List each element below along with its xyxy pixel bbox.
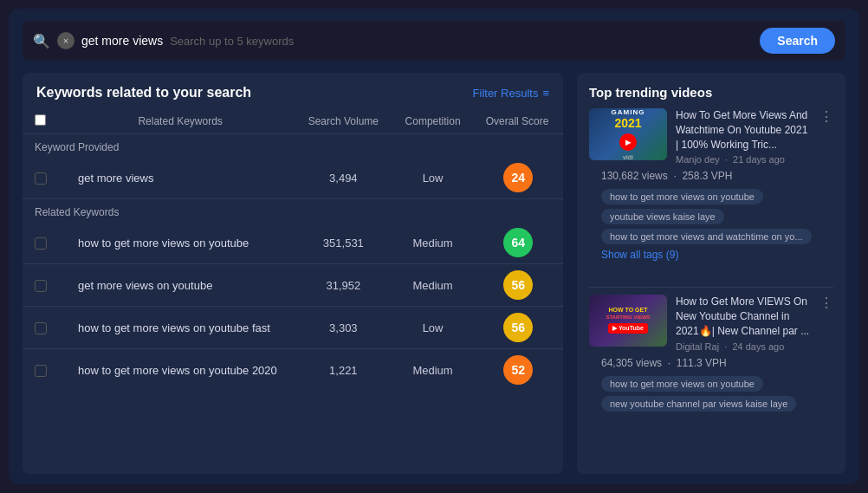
section-label: Keyword Provided bbox=[23, 134, 563, 158]
panel-header: Keywords related to your search Filter R… bbox=[23, 73, 563, 109]
keyword-volume: 3,303 bbox=[295, 307, 392, 349]
keyword-competition: Low bbox=[392, 307, 473, 349]
video-top: GAMING 2021 ▶ vidi How To Get More Views… bbox=[589, 108, 833, 165]
keyword-name: how to get more views on youtube fast bbox=[66, 307, 295, 349]
video-thumbnail: HOW TO GET STARTING VIEWS ▶ YouTube bbox=[589, 295, 667, 347]
divider bbox=[589, 287, 833, 288]
table-row: how to get more views on youtube 2020 1,… bbox=[23, 349, 563, 392]
keyword-score: 56 bbox=[474, 264, 563, 307]
keyword-name: get more views on youtube bbox=[66, 264, 295, 307]
keyword-name: how to get more views on youtube 2020 bbox=[66, 349, 295, 392]
filter-label: Filter Results bbox=[473, 87, 539, 100]
video-meta: Digital Raj · 24 days ago bbox=[676, 341, 811, 352]
keyword-score: 64 bbox=[474, 222, 563, 264]
score-badge: 56 bbox=[503, 313, 533, 342]
app-container: 🔍 × get more views Search up to 5 keywor… bbox=[9, 9, 859, 484]
table-row: how to get more views on youtube fast 3,… bbox=[23, 307, 563, 349]
keyword-score: 56 bbox=[474, 307, 563, 349]
table-row: get more views 3,494 Low 24 bbox=[23, 157, 563, 199]
score-badge: 56 bbox=[503, 270, 533, 300]
video-options-button[interactable]: ⋮ bbox=[819, 295, 833, 311]
score-badge: 52 bbox=[503, 355, 533, 385]
score-badge: 64 bbox=[503, 228, 533, 257]
section-label-row: Keyword Provided bbox=[23, 134, 563, 158]
tag-pill[interactable]: youtube views kaise laye bbox=[601, 209, 724, 224]
filter-results-button[interactable]: Filter Results ≡ bbox=[473, 87, 549, 100]
show-all-tags-button[interactable]: Show all tags (9) bbox=[601, 249, 821, 261]
thumb-howto-content: HOW TO GET STARTING VIEWS ▶ YouTube bbox=[589, 295, 667, 347]
search-button[interactable]: Search bbox=[760, 28, 835, 54]
row-checkbox[interactable] bbox=[35, 280, 47, 292]
search-icon: 🔍 bbox=[33, 33, 50, 49]
keyword-score: 52 bbox=[474, 349, 563, 392]
filter-icon: ≡ bbox=[542, 87, 549, 100]
col-header-score: Overall Score bbox=[474, 109, 563, 134]
video-options-button[interactable]: ⋮ bbox=[819, 108, 833, 125]
col-header-keywords: Related Keywords bbox=[66, 109, 295, 134]
row-checkbox[interactable] bbox=[35, 322, 47, 334]
video-title: How to Get More VIEWS On New Youtube Cha… bbox=[676, 295, 811, 338]
clear-search-button[interactable]: × bbox=[57, 32, 74, 49]
video-stats: 130,682 views · 258.3 VPH bbox=[601, 170, 821, 189]
video-info: How To Get More Views And Watchtime On Y… bbox=[676, 108, 811, 165]
table-row: get more views on youtube 31,952 Medium … bbox=[23, 264, 563, 307]
search-placeholder-text: Search up to 5 keywords bbox=[170, 35, 753, 48]
keyword-competition: Low bbox=[392, 157, 473, 199]
video-card: GAMING 2021 ▶ vidi How To Get More Views… bbox=[577, 108, 845, 280]
main-content: Keywords related to your search Filter R… bbox=[9, 73, 859, 484]
tag-pill[interactable]: new youtube channel par views kaise laye bbox=[601, 396, 796, 412]
keyword-volume: 1,221 bbox=[295, 349, 392, 392]
video-info: How to Get More VIEWS On New Youtube Cha… bbox=[676, 295, 811, 351]
table-row: how to get more views on youtube 351,531… bbox=[23, 222, 563, 264]
keyword-competition: Medium bbox=[392, 349, 473, 392]
video-meta: Manjo dey · 21 days ago bbox=[676, 154, 811, 165]
video-tags: how to get more views on youtube new you… bbox=[589, 376, 833, 412]
keywords-table: Related Keywords Search Volume Competiti… bbox=[23, 109, 563, 391]
video-tags: how to get more views on youtube youtube… bbox=[589, 189, 833, 244]
video-stats: 64,305 views · 111.3 VPH bbox=[601, 357, 821, 376]
keywords-panel: Keywords related to your search Filter R… bbox=[23, 73, 563, 474]
video-thumbnail: GAMING 2021 ▶ vidi bbox=[589, 108, 667, 160]
row-checkbox[interactable] bbox=[35, 172, 47, 185]
keyword-volume: 3,494 bbox=[295, 157, 392, 199]
trending-videos-panel: Top trending videos GAMING 2021 ▶ vidi H… bbox=[577, 73, 845, 474]
search-bar: 🔍 × get more views Search up to 5 keywor… bbox=[23, 21, 845, 61]
trending-panel-title: Top trending videos bbox=[577, 73, 845, 108]
row-checkbox[interactable] bbox=[35, 365, 47, 377]
col-header-volume: Search Volume bbox=[295, 109, 392, 134]
close-icon: × bbox=[63, 36, 68, 46]
keyword-name: get more views bbox=[66, 157, 295, 199]
row-checkbox[interactable] bbox=[35, 237, 47, 250]
panel-title: Keywords related to your search bbox=[36, 85, 251, 101]
keyword-score: 24 bbox=[474, 157, 563, 199]
keyword-name: how to get more views on youtube bbox=[66, 222, 295, 264]
score-badge: 24 bbox=[503, 163, 533, 192]
thumb-gaming-content: GAMING 2021 ▶ vidi bbox=[589, 108, 667, 160]
search-query-text: get more views bbox=[81, 34, 163, 48]
video-top: HOW TO GET STARTING VIEWS ▶ YouTube How … bbox=[589, 295, 833, 351]
video-title: How To Get More Views And Watchtime On Y… bbox=[676, 108, 811, 152]
video-card: HOW TO GET STARTING VIEWS ▶ YouTube How … bbox=[577, 295, 845, 425]
tag-pill[interactable]: how to get more views on youtube bbox=[601, 189, 763, 204]
tag-pill[interactable]: how to get more views and watchtime on y… bbox=[601, 229, 812, 244]
keyword-volume: 31,952 bbox=[295, 264, 392, 307]
tag-pill[interactable]: how to get more views on youtube bbox=[601, 376, 763, 392]
section-label: Related Keywords bbox=[23, 199, 563, 223]
keyword-competition: Medium bbox=[392, 264, 473, 307]
keyword-competition: Medium bbox=[392, 222, 473, 264]
keyword-volume: 351,531 bbox=[295, 222, 392, 264]
section-label-row: Related Keywords bbox=[23, 199, 563, 223]
col-header-competition: Competition bbox=[392, 109, 473, 134]
select-all-checkbox[interactable] bbox=[35, 114, 46, 126]
